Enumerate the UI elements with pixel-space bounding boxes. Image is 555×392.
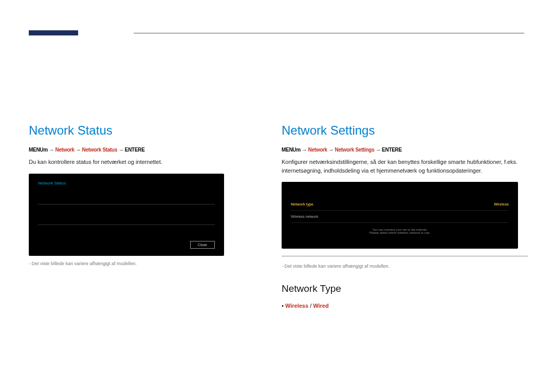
breadcrumb-network: Network bbox=[308, 147, 327, 153]
network-settings-title: Network Settings bbox=[282, 123, 528, 138]
panel-row-network-type[interactable]: Network type Wireless bbox=[291, 198, 509, 211]
breadcrumb-network-status: Network Status bbox=[82, 147, 118, 153]
left-column: Network Status MENUm → Network → Network… bbox=[29, 123, 270, 266]
status-description: Du kan kontrollere status for netværket … bbox=[29, 158, 270, 166]
arrow-icon: → bbox=[119, 147, 125, 153]
arrow-icon: → bbox=[49, 147, 55, 153]
breadcrumb-network-settings: Network Settings bbox=[335, 147, 375, 153]
status-panel: Network Status Close bbox=[29, 174, 224, 256]
panel-divider bbox=[38, 225, 215, 225]
enter-label: ENTER bbox=[125, 147, 141, 153]
settings-description: Konfigurer netværksindstillingerne, så d… bbox=[282, 158, 528, 175]
label-network-type: Network type bbox=[291, 202, 313, 206]
breadcrumb-right: MENUm → Network → Network Settings → ENT… bbox=[282, 147, 528, 153]
panel-status-body bbox=[38, 190, 215, 199]
disclaimer-left: - Det viste billede kan variere afhængig… bbox=[29, 261, 270, 266]
value-wireless: Wireless bbox=[494, 202, 509, 206]
option-wireless: Wireless bbox=[285, 303, 308, 309]
menu-icon: m bbox=[43, 147, 48, 153]
panel-row-wireless-network[interactable]: Wireless network bbox=[291, 211, 509, 223]
breadcrumb-left: MENUm → Network → Network Status → ENTER… bbox=[29, 147, 270, 153]
arrow-icon: → bbox=[376, 147, 382, 153]
menu-icon: m bbox=[296, 147, 301, 153]
disclaimer-right: - Det viste billede kan variere afhængig… bbox=[282, 264, 528, 269]
panel-spacer bbox=[291, 189, 509, 198]
enter-label: ENTER bbox=[382, 147, 398, 153]
right-column: Network Settings MENUm → Network → Netwo… bbox=[282, 123, 528, 309]
network-status-title: Network Status bbox=[29, 123, 270, 138]
spacer bbox=[282, 269, 528, 283]
slash: / bbox=[308, 303, 313, 309]
enter-icon: E bbox=[399, 147, 402, 153]
panel-divider bbox=[38, 204, 215, 204]
right-divider bbox=[282, 256, 528, 256]
panel-status-body bbox=[38, 230, 215, 234]
breadcrumb-network: Network bbox=[55, 147, 75, 153]
panel-status-body bbox=[38, 210, 215, 219]
panel-note: You can connect your set to the internet… bbox=[291, 228, 509, 234]
panel-status-title: Network Status bbox=[38, 181, 215, 185]
enter-icon: E bbox=[141, 147, 144, 153]
network-type-options: • Wireless / Wired bbox=[282, 303, 528, 309]
settings-panel: Network type Wireless Wireless network Y… bbox=[282, 182, 518, 249]
option-wired: Wired bbox=[313, 303, 328, 309]
header-bar bbox=[29, 30, 78, 35]
arrow-icon: → bbox=[302, 147, 308, 153]
close-button[interactable]: Close bbox=[190, 241, 215, 249]
label-wireless-network: Wireless network bbox=[291, 215, 318, 218]
menu-label: MENU bbox=[282, 147, 296, 153]
arrow-icon: → bbox=[328, 147, 335, 153]
header-line bbox=[134, 33, 524, 33]
bullet: • bbox=[282, 303, 284, 309]
network-type-subtitle: Network Type bbox=[282, 283, 528, 294]
arrow-icon: → bbox=[76, 147, 82, 153]
menu-label: MENU bbox=[29, 147, 43, 153]
